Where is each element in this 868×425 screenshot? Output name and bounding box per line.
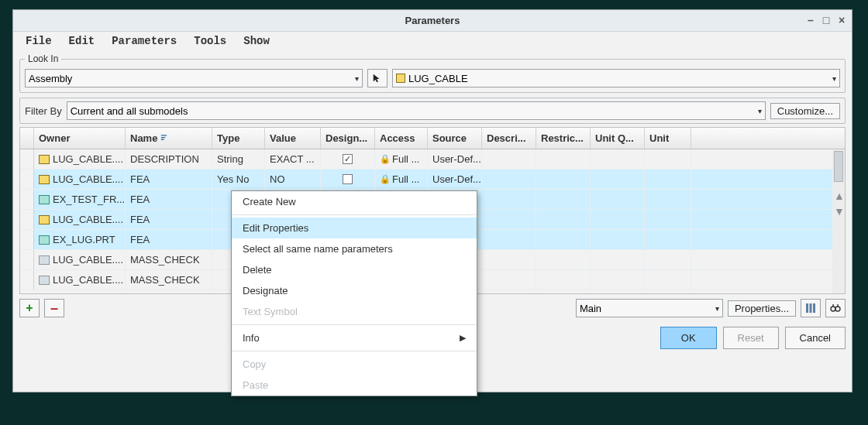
ctx-delete[interactable]: Delete: [232, 259, 477, 280]
cell-owner: LUG_CABLE....: [34, 149, 126, 169]
cell-description: [482, 250, 536, 269]
move-up-button[interactable]: ▲: [832, 189, 846, 203]
row-handle[interactable]: [20, 250, 34, 269]
maximize-button[interactable]: □: [819, 13, 833, 27]
cell-owner: LUG_CABLE....: [34, 210, 126, 229]
row-handle[interactable]: [20, 170, 34, 189]
minimize-button[interactable]: –: [804, 13, 818, 27]
cell-designate[interactable]: [321, 170, 375, 189]
cell-name: FEA: [126, 170, 212, 189]
ctx-select-same[interactable]: Select all same name parameters: [232, 238, 477, 259]
filter-bar: Filter By Current and all submodels ▾ Cu…: [19, 98, 846, 124]
sort-descending-icon: [160, 135, 167, 142]
menu-file[interactable]: File: [18, 33, 60, 49]
cell-unit-quantity: [591, 210, 645, 229]
cancel-button[interactable]: Cancel: [785, 327, 846, 349]
filter-dropdown[interactable]: Current and all submodels ▾: [67, 101, 766, 120]
row-handle[interactable]: [20, 149, 34, 169]
row-handle[interactable]: [20, 210, 34, 229]
context-menu: Create New Edit Properties Select all sa…: [231, 190, 477, 396]
row-handle[interactable]: [20, 190, 34, 209]
cell-description: [482, 149, 536, 169]
col-unit[interactable]: Unit: [645, 128, 691, 149]
ctx-create-new[interactable]: Create New: [232, 191, 477, 212]
col-description[interactable]: Descri...: [482, 128, 536, 149]
title-controls: – □ ×: [804, 13, 849, 27]
ctx-info[interactable]: Info▶: [232, 327, 477, 348]
properties-button[interactable]: Properties...: [728, 300, 796, 317]
separator: [232, 351, 477, 351]
move-down-button[interactable]: ▼: [832, 204, 846, 218]
ok-button[interactable]: OK: [660, 327, 717, 349]
cell-unit: [645, 210, 691, 229]
menu-parameters[interactable]: Parameters: [104, 33, 184, 49]
assembly-icon: [396, 74, 405, 83]
cell-designate[interactable]: [321, 149, 375, 169]
menu-tools[interactable]: Tools: [186, 33, 234, 49]
col-value[interactable]: Value: [265, 128, 321, 149]
main-value: Main: [580, 303, 601, 314]
columns-icon: [805, 303, 816, 314]
cell-name: MASS_CHECK: [126, 270, 212, 290]
cell-name: FEA: [126, 230, 212, 249]
owner-icon: [39, 175, 50, 184]
grid-header: Owner Name Type Value Design... Access S…: [20, 128, 845, 149]
menu-edit[interactable]: Edit: [61, 33, 103, 49]
lock-icon: 🔒: [380, 154, 391, 164]
ctx-edit-properties[interactable]: Edit Properties: [232, 218, 477, 238]
scroll-thumb[interactable]: [834, 151, 843, 182]
col-type[interactable]: Type: [212, 128, 265, 149]
checkbox-icon[interactable]: [343, 154, 353, 164]
pointer-tool-button[interactable]: [367, 69, 388, 87]
ctx-copy: Copy: [232, 354, 477, 375]
cell-description: [482, 210, 536, 229]
table-row[interactable]: LUG_CABLE....DESCRIPTIONStringEXACT ...🔒…: [20, 149, 845, 170]
cell-value[interactable]: EXACT ...: [265, 149, 321, 169]
col-source[interactable]: Source: [428, 128, 482, 149]
main-dropdown[interactable]: Main ▾: [576, 299, 723, 317]
owner-icon: [39, 235, 50, 245]
menu-show[interactable]: Show: [236, 33, 277, 49]
lock-icon: 🔒: [380, 174, 391, 184]
separator: [232, 214, 477, 215]
cell-type: String: [212, 149, 265, 169]
cell-access: 🔒Full ...: [375, 149, 428, 169]
col-designate[interactable]: Design...: [321, 128, 375, 149]
col-access[interactable]: Access: [375, 128, 428, 149]
cell-type: Yes No: [212, 170, 265, 189]
cell-source: User-Def...: [428, 170, 482, 189]
cell-restricted: [536, 210, 591, 229]
cell-restricted: [536, 190, 591, 209]
col-owner[interactable]: Owner: [34, 128, 126, 149]
svg-point-3: [831, 307, 835, 311]
add-parameter-button[interactable]: +: [19, 299, 40, 317]
col-unit-quantity[interactable]: Unit Q...: [591, 128, 645, 149]
customize-button[interactable]: Customize...: [770, 103, 840, 119]
col-name[interactable]: Name: [126, 128, 212, 149]
cell-owner: EX_TEST_FR...: [34, 190, 126, 209]
cell-owner: LUG_CABLE....: [34, 270, 126, 290]
lookin-legend: Look In: [25, 53, 61, 64]
close-button[interactable]: ×: [835, 13, 849, 27]
find-button[interactable]: [825, 299, 846, 317]
lookin-target-dropdown[interactable]: LUG_CABLE ▾: [392, 69, 840, 87]
cell-description: [482, 270, 536, 290]
cell-description: [482, 190, 536, 209]
cell-restricted: [536, 250, 591, 269]
svg-rect-1: [810, 303, 812, 313]
table-row[interactable]: LUG_CABLE....FEAYes NoNO🔒Full ...User-De…: [20, 170, 845, 190]
ctx-designate[interactable]: Designate: [232, 280, 477, 301]
checkbox-icon[interactable]: [343, 174, 353, 184]
reset-button[interactable]: Reset: [723, 327, 779, 349]
remove-parameter-button[interactable]: –: [44, 299, 64, 317]
owner-icon: [39, 255, 50, 265]
cell-unit: [645, 170, 691, 189]
row-handle[interactable]: [20, 270, 34, 290]
row-handle[interactable]: [20, 230, 34, 249]
cell-value[interactable]: NO: [265, 170, 321, 189]
cell-description: [482, 230, 536, 249]
col-restricted[interactable]: Restric...: [536, 128, 591, 149]
vertical-scrollbar[interactable]: [832, 149, 845, 293]
columns-button[interactable]: [801, 299, 821, 317]
lookin-assembly-dropdown[interactable]: Assembly ▾: [25, 69, 363, 87]
